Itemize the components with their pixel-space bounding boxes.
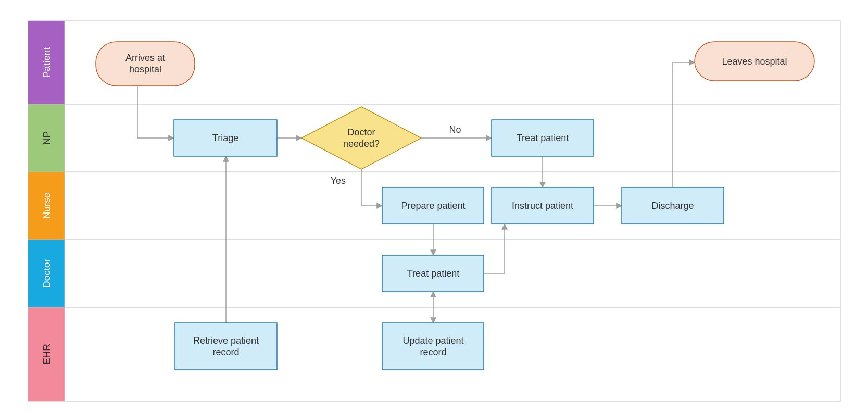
svg-text:Doctor: Doctor bbox=[347, 127, 375, 137]
lane-label-patient: Patient bbox=[41, 47, 52, 78]
svg-text:Arrives at: Arrives at bbox=[125, 53, 165, 63]
node-retrieve: Retrieve patient record bbox=[175, 323, 277, 370]
swimlane-diagram: Patient NP Nurse Doctor EHR No Yes Arriv… bbox=[18, 10, 851, 411]
svg-rect-26 bbox=[175, 323, 277, 370]
node-treat-np: Treat patient bbox=[492, 120, 594, 156]
svg-text:hospital: hospital bbox=[129, 64, 161, 74]
node-treat-doctor: Treat patient bbox=[382, 255, 484, 292]
node-triage: Triage bbox=[174, 120, 277, 156]
lane-label-ehr: EHR bbox=[41, 344, 52, 365]
svg-text:Triage: Triage bbox=[212, 133, 238, 143]
edge-label-yes: Yes bbox=[330, 176, 345, 186]
svg-text:Treat patient: Treat patient bbox=[407, 268, 459, 279]
svg-text:Leaves hospital: Leaves hospital bbox=[722, 56, 787, 67]
svg-text:record: record bbox=[212, 347, 239, 357]
svg-marker-13 bbox=[301, 107, 421, 169]
edge-label-no: No bbox=[449, 124, 461, 135]
svg-text:needed?: needed? bbox=[343, 139, 379, 149]
node-arrives: Arrives at hospital bbox=[96, 42, 195, 86]
node-update: Update patient record bbox=[382, 323, 484, 370]
node-instruct: Instruct patient bbox=[492, 187, 594, 224]
svg-text:Retrieve patient: Retrieve patient bbox=[193, 335, 258, 346]
node-discharge: Discharge bbox=[622, 187, 724, 224]
svg-rect-29 bbox=[382, 323, 484, 370]
lane-label-nurse: Nurse bbox=[41, 193, 52, 219]
node-prepare: Prepare patient bbox=[382, 187, 484, 224]
lane-label-doctor: Doctor bbox=[41, 258, 52, 288]
svg-text:Prepare patient: Prepare patient bbox=[401, 201, 465, 211]
node-decision: Doctor needed? bbox=[301, 107, 421, 169]
svg-text:Update patient: Update patient bbox=[402, 335, 463, 346]
node-leaves: Leaves hospital bbox=[695, 42, 814, 81]
svg-text:Discharge: Discharge bbox=[651, 201, 694, 211]
svg-text:record: record bbox=[420, 347, 446, 357]
lane-label-np: NP bbox=[41, 131, 52, 145]
svg-text:Treat patient: Treat patient bbox=[516, 133, 568, 143]
svg-text:Instruct patient: Instruct patient bbox=[511, 201, 573, 211]
diagram-svg: Patient NP Nurse Doctor EHR No Yes Arriv… bbox=[18, 10, 851, 411]
